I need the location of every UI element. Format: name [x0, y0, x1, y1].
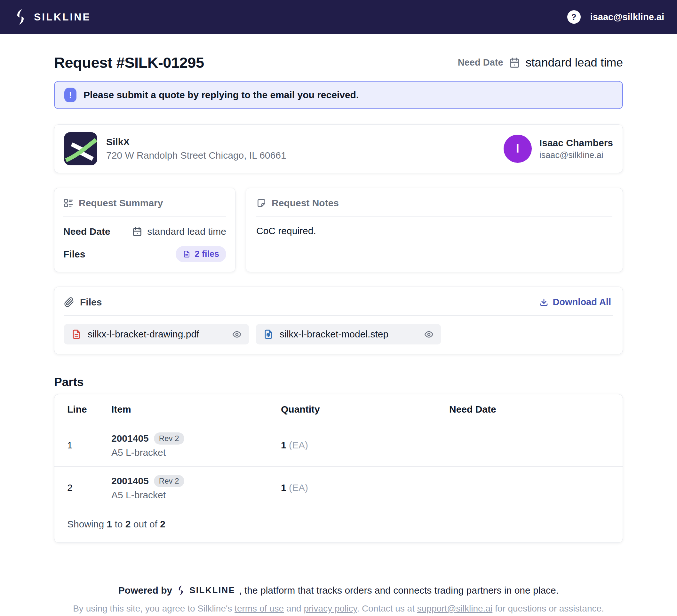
part-line-number: 2: [54, 467, 111, 509]
powered-by-line: Powered by SILKLINE , the platform that …: [54, 585, 623, 596]
part-description: A5 L-bracket: [111, 490, 281, 501]
files-count-badge[interactable]: 2 files: [176, 246, 226, 262]
need-date-summary: Need Date standard lead time: [458, 56, 623, 69]
part-quantity-cell: 1 (EA): [281, 424, 449, 467]
avatar: I: [504, 135, 532, 163]
part-quantity-cell: 1 (EA): [281, 467, 449, 509]
company-address: 720 W Randolph Street Chicago, IL 60661: [106, 150, 286, 161]
list-details-icon: [63, 198, 74, 208]
step-file-icon: [263, 329, 274, 340]
part-item-cell: 2001405 Rev 2 A5 L-bracket: [111, 467, 281, 509]
files-card: Files Download All silkx-l-bracket-drawi: [54, 287, 623, 354]
part-item-cell: 2001405 Rev 2 A5 L-bracket: [111, 424, 281, 467]
request-summary-card: Request Summary Need Date standard lead …: [54, 188, 235, 272]
part-uom: (EA): [289, 482, 308, 493]
rev-badge: Rev 2: [154, 475, 184, 487]
need-date-value: standard lead time: [526, 56, 623, 69]
note-icon: [256, 198, 267, 208]
help-button[interactable]: ?: [567, 10, 581, 24]
part-qty: 1: [281, 440, 286, 450]
contact-name: Isaac Chambers: [539, 138, 613, 148]
file-chip-step[interactable]: silkx-l-bracket-model.step: [256, 324, 441, 344]
terms-of-use-link[interactable]: terms of use: [234, 604, 284, 613]
summary-need-date-row: Need Date standard lead time: [63, 226, 226, 237]
contact-email: isaac@silkline.ai: [539, 150, 613, 160]
part-number: 2001405: [111, 476, 149, 486]
files-header: Files: [64, 297, 102, 308]
column-item: Item: [111, 394, 281, 424]
column-line: Line: [54, 394, 111, 424]
calendar-icon: [132, 226, 143, 237]
download-all-label: Download All: [552, 297, 611, 307]
part-qty: 1: [281, 482, 286, 493]
file-icon: [183, 250, 191, 258]
exclamation-icon: !: [64, 88, 77, 102]
column-need-date: Need Date: [449, 394, 623, 424]
silkline-logo-icon: [176, 585, 186, 596]
quote-alert-banner: ! Please submit a quote by replying to t…: [54, 81, 623, 109]
part-line-number: 1: [54, 424, 111, 467]
calendar-icon: [508, 57, 521, 69]
part-need-date-cell: [449, 467, 623, 509]
silkline-logo-icon: [13, 9, 28, 25]
pagination-summary: Showing 1 to 2 out of 2: [54, 509, 623, 542]
silkx-logo: [64, 132, 97, 165]
alert-text: Please submit a quote by replying to the…: [84, 90, 359, 100]
part-number: 2001405: [111, 433, 149, 444]
company-card: SilkX 720 W Randolph Street Chicago, IL …: [54, 125, 623, 173]
contact-text: Isaac Chambers isaac@silkline.ai: [539, 138, 613, 160]
eye-icon: [424, 329, 434, 339]
pdf-file-icon: [71, 329, 82, 340]
request-notes-body: CoC required.: [256, 226, 613, 236]
company-name: SilkX: [106, 137, 286, 147]
request-notes-title: Request Notes: [272, 198, 339, 208]
page-footer: Powered by SILKLINE , the platform that …: [54, 585, 623, 616]
download-all-button[interactable]: Download All: [537, 296, 613, 308]
user-email: isaac@silkline.ai: [590, 12, 664, 22]
company-info: SilkX 720 W Randolph Street Chicago, IL …: [64, 132, 286, 165]
preview-file-button[interactable]: [424, 329, 434, 339]
summary-need-date-value: standard lead time: [132, 226, 226, 237]
part-need-date-cell: [449, 424, 623, 467]
parts-title: Parts: [54, 376, 623, 389]
powered-by-suffix: , the platform that tracks orders and co…: [239, 585, 558, 596]
request-notes-card: Request Notes CoC required.: [246, 188, 623, 272]
eye-icon: [232, 329, 242, 339]
page-header: Request #SILK-01295 Need Date standard l…: [54, 54, 623, 71]
summary-files-label: Files: [63, 249, 85, 260]
rev-badge: Rev 2: [154, 432, 184, 444]
request-notes-header: Request Notes: [256, 198, 613, 217]
summary-need-date-label: Need Date: [63, 226, 110, 237]
request-summary-title: Request Summary: [79, 198, 163, 208]
top-navbar: SILKLINE ? isaac@silkline.ai: [0, 0, 677, 34]
silkline-brand: SILKLINE: [13, 9, 91, 25]
request-summary-header: Request Summary: [63, 198, 226, 217]
legal-text: By using this site, you agree to Silklin…: [54, 602, 623, 616]
part-description: A5 L-bracket: [111, 447, 281, 458]
parts-table: Line Item Quantity Need Date 1 2001405 R…: [54, 394, 623, 509]
privacy-policy-link[interactable]: privacy policy: [304, 604, 357, 613]
support-email-link[interactable]: support@silkline.ai: [417, 604, 492, 613]
file-name: silkx-l-bracket-drawing.pdf: [88, 329, 226, 340]
file-chip-pdf[interactable]: silkx-l-bracket-drawing.pdf: [64, 324, 249, 344]
files-count-label: 2 files: [194, 249, 219, 259]
table-row: 1 2001405 Rev 2 A5 L-bracket 1 (EA): [54, 424, 623, 467]
part-uom: (EA): [289, 440, 308, 450]
column-quantity: Quantity: [281, 394, 449, 424]
preview-file-button[interactable]: [232, 329, 242, 339]
navbar-right: ? isaac@silkline.ai: [567, 10, 664, 24]
help-icon: ?: [572, 12, 576, 22]
brand-name: SILKLINE: [34, 11, 91, 23]
parts-table-card: Line Item Quantity Need Date 1 2001405 R…: [54, 394, 623, 543]
files-title: Files: [80, 297, 102, 308]
powered-by-label: Powered by: [119, 585, 172, 596]
download-icon: [539, 297, 549, 307]
paperclip-icon: [64, 297, 74, 307]
file-name: silkx-l-bracket-model.step: [280, 329, 418, 340]
need-date-label: Need Date: [458, 57, 503, 68]
contact-info: I Isaac Chambers isaac@silkline.ai: [504, 135, 613, 163]
table-header-row: Line Item Quantity Need Date: [54, 394, 623, 424]
summary-files-row: Files 2 files: [63, 246, 226, 262]
brand-name: SILKLINE: [189, 585, 235, 596]
page-title: Request #SILK-01295: [54, 54, 204, 71]
